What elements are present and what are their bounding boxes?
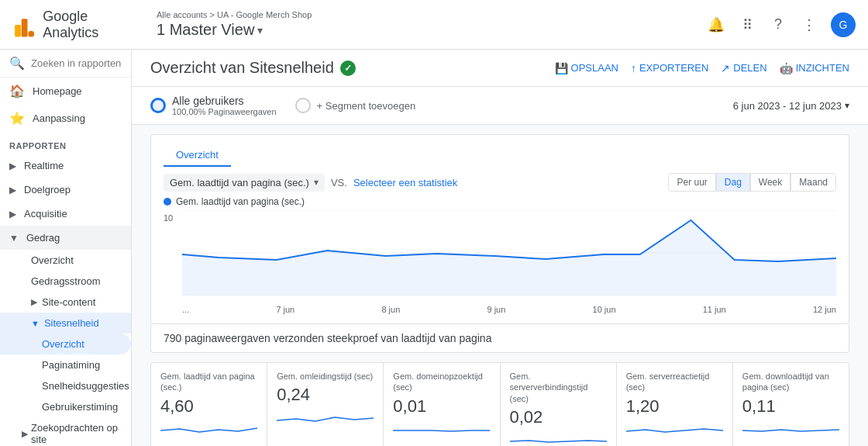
breadcrumb-main[interactable]: 1 Master View ▾ <box>157 21 707 39</box>
period-btn-dag[interactable]: Dag <box>716 173 750 192</box>
sidebar-item-gedragsstroom[interactable]: Gedragsstroom <box>0 271 131 292</box>
sparkline-5 <box>742 420 839 441</box>
chevron-right-z: ▶ <box>22 429 28 439</box>
sn-overzicht-label: Overzicht <box>42 338 84 350</box>
opslaan-label: OPSLAAN <box>571 62 618 74</box>
chart-legend: Gem. laadtijd van pagina (sec.) <box>164 196 836 207</box>
sidebar-item-zoekopdrachten[interactable]: ▶ Zoekopdrachten op site <box>0 417 131 446</box>
breadcrumb-area: Alle accounts > UA - Google Merch Shop 1… <box>144 10 707 39</box>
avatar[interactable]: G <box>831 12 856 37</box>
page-actions: 💾 OPSLAAN ↑ EXPORTEREN ↗ DELEN 🤖 INZICHT… <box>555 62 849 74</box>
notification-icon[interactable]: 🔔 <box>707 16 725 34</box>
sidebar: 🔍 🏠 Homepage ⭐ Aanpassing RAPPORTEN ▶ Re… <box>0 50 132 446</box>
chart-controls: Gem. laadtijd van pagina (sec.) ▾ VS. Se… <box>164 173 836 192</box>
metric-value-3: 0,02 <box>510 407 607 427</box>
metric-label-1: Gem. omleidingstijd (sec) <box>277 371 374 382</box>
share-icon: ↗ <box>721 62 730 74</box>
verified-icon: ✓ <box>340 61 356 76</box>
metric-value-0: 4,60 <box>160 396 257 417</box>
chart-section: Overzicht Gem. laadtijd van pagina (sec.… <box>150 134 849 324</box>
help-icon[interactable]: ? <box>769 16 787 34</box>
expand-down-icon: ▼ <box>31 319 40 328</box>
period-buttons: Per uur Dag Week Maand <box>668 173 836 192</box>
sidebar-item-aanpassing[interactable]: ⭐ Aanpassing <box>0 105 131 132</box>
metric-label-0: Gem. laadtijd van pagina (sec.) <box>160 371 257 393</box>
metric-value-5: 0,11 <box>742 396 839 417</box>
zoekopdrachten-label: Zoekopdrachten op site <box>31 422 122 445</box>
x-label-0: ... <box>182 305 189 314</box>
sidebar-item-overzicht[interactable]: Overzicht <box>0 250 131 271</box>
add-segment-item[interactable]: + Segment toevoegen <box>295 98 416 113</box>
chevron-right-icon3: ▶ <box>9 209 16 220</box>
metric-card-1: Gem. omleidingstijd (sec) 0,24 <box>267 363 384 446</box>
aanpassing-label: Aanpassing <box>33 112 85 124</box>
header-actions: 🔔 ⠿ ? ⋮ G <box>707 12 856 37</box>
apps-icon[interactable]: ⠿ <box>738 16 756 34</box>
period-btn-maand[interactable]: Maand <box>790 173 836 192</box>
realtime-label: Realtime <box>24 160 64 171</box>
chevron-down-icon: ▼ <box>9 233 19 244</box>
site-content-label: Site-content <box>42 296 95 308</box>
sparkline-2 <box>393 420 490 441</box>
sitesnelheid-label: Sitesnelheid <box>44 317 99 329</box>
more-icon[interactable]: ⋮ <box>800 16 818 34</box>
sidebar-item-realtime[interactable]: ▶ Realtime <box>0 154 131 178</box>
metric-label-5: Gem. downloadtijd van pagina (sec) <box>742 371 839 393</box>
segment-item-main: Alle gebruikers 100,00% Paginaweergaven <box>150 95 277 116</box>
period-btn-uur[interactable]: Per uur <box>668 173 715 192</box>
sidebar-item-snelheidsuggesties[interactable]: Snelheidsuggesties <box>0 375 131 396</box>
export-icon: ↑ <box>631 62 636 74</box>
segment-bar: Alle gebruikers 100,00% Paginaweergaven … <box>132 87 868 125</box>
x-label-5: 11 jun <box>703 305 726 314</box>
insights-icon: 🤖 <box>780 62 793 74</box>
chart-y-label: 10 <box>164 213 173 223</box>
sidebar-item-acquisitie[interactable]: ▶ Acquisitie <box>0 202 131 226</box>
chart-x-labels: ... 7 jun 8 jun 9 jun 10 jun 11 jun 12 j… <box>182 305 836 314</box>
period-btn-week[interactable]: Week <box>750 173 790 192</box>
search-input[interactable] <box>31 57 122 69</box>
sidebar-item-paginatiming[interactable]: Paginatiming <box>0 354 131 375</box>
chevron-right-icon2: ▶ <box>9 185 16 195</box>
paginatiming-label: Paginatiming <box>42 359 100 371</box>
sidebar-item-gedrag[interactable]: ▼ Gedrag <box>0 226 131 250</box>
sidebar-item-site-content[interactable]: ▶ Site-content <box>0 292 131 313</box>
delen-button[interactable]: ↗ DELEN <box>721 62 766 74</box>
controls-left: Gem. laadtijd van pagina (sec.) ▾ VS. Se… <box>164 174 457 192</box>
inzichten-button[interactable]: 🤖 INZICHTEN <box>780 62 849 74</box>
app-title: Google Analytics <box>43 9 144 41</box>
breadcrumb-top: Alle accounts > UA - Google Merch Shop <box>157 10 707 19</box>
page-title-area: Overzicht van Sitesnelheid ✓ <box>150 59 356 77</box>
svg-rect-0 <box>15 25 21 37</box>
sidebar-item-gebruikerstiming[interactable]: Gebruikerstiming <box>0 396 131 417</box>
metric-selector[interactable]: Gem. laadtijd van pagina (sec.) ▾ <box>164 174 325 192</box>
sidebar-item-doelgroep[interactable]: ▶ Doelgroep <box>0 178 131 202</box>
date-range[interactable]: 6 jun 2023 - 12 jun 2023 ▾ <box>733 100 849 112</box>
vs-label: VS. <box>331 177 347 188</box>
chart-fill <box>182 220 836 296</box>
sidebar-item-homepage[interactable]: 🏠 Homepage <box>0 78 131 105</box>
add-segment-label: + Segment toevoegen <box>317 100 416 112</box>
section-label: RAPPORTEN <box>0 132 131 154</box>
acquisitie-label: Acquisitie <box>24 208 67 220</box>
breadcrumb-chevron: ▾ <box>257 24 263 36</box>
opslaan-button[interactable]: 💾 OPSLAAN <box>555 62 618 74</box>
gebruikerstiming-label: Gebruikerstiming <box>42 401 118 413</box>
chart-svg <box>182 210 836 296</box>
sidebar-item-sn-overzicht[interactable]: Overzicht <box>0 334 131 354</box>
gedrag-label: Gedrag <box>26 232 60 244</box>
exporteren-button[interactable]: ↑ EXPORTEREN <box>631 62 708 74</box>
svg-rect-1 <box>22 19 28 36</box>
tab-overzicht[interactable]: Overzicht <box>164 144 231 167</box>
content-area: Overzicht van Sitesnelheid ✓ 💾 OPSLAAN ↑… <box>132 50 868 446</box>
chevron-right-icon: ▶ <box>9 161 16 171</box>
select-metric[interactable]: Selecteer een statistiek <box>353 177 457 188</box>
sidebar-item-sitesnelheid[interactable]: ▼ Sitesnelheid <box>0 313 131 334</box>
chart-tabs: Overzicht <box>164 144 836 167</box>
metric-label-2: Gem. domeinopzoektijd (sec) <box>393 371 490 393</box>
exporteren-label: EXPORTEREN <box>639 62 708 74</box>
metrics-row: Gem. laadtijd van pagina (sec.) 4,60 Gem… <box>150 362 849 446</box>
inzichten-label: INZICHTEN <box>796 62 849 74</box>
x-label-6: 12 jun <box>813 305 836 314</box>
logo-area: Google Analytics <box>12 9 144 41</box>
search-bar: 🔍 <box>0 50 131 78</box>
